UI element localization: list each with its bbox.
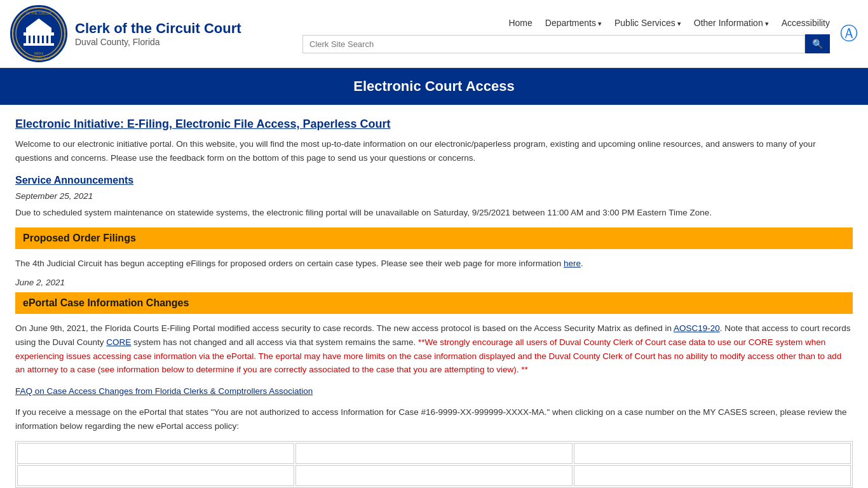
nav-departments[interactable]: Departments: [545, 18, 602, 28]
logo-title: Clerk of the Circuit Court: [75, 20, 241, 37]
faq-link-line: FAQ on Case Access Changes from Florida …: [15, 384, 853, 398]
svg-rect-2: [26, 36, 29, 44]
table-cell: [574, 443, 851, 464]
top-nav: Home Departments Public Services Other I…: [508, 14, 830, 32]
initiative-body: Welcome to our electronic initiative por…: [15, 137, 853, 165]
nav-other-information[interactable]: Other Information: [694, 18, 769, 28]
search-row: 🔍: [302, 34, 830, 53]
logo-circle: MMXII OF THE CIRCUIT DUVAL COUNTY, FLORI…: [10, 5, 67, 62]
facebook-icon[interactable]: Ⓐ: [840, 22, 858, 46]
nav-home[interactable]: Home: [508, 18, 532, 28]
svg-rect-9: [24, 32, 54, 36]
service-date: September 25, 2021: [15, 191, 853, 201]
search-input[interactable]: [302, 35, 805, 53]
logo-area: MMXII OF THE CIRCUIT DUVAL COUNTY, FLORI…: [10, 5, 302, 62]
svg-rect-4: [35, 36, 37, 44]
service-announcements-heading: Service Announcements: [15, 175, 853, 186]
proposed-order-date: June 2, 2021: [15, 278, 853, 287]
service-body: Due to scheduled system maintenance on s…: [15, 206, 853, 220]
proposed-order-section: Proposed Order Filings The 4th Judicial …: [15, 227, 853, 288]
table-row: [17, 443, 851, 464]
proposed-order-text-prefix: The 4th Judicial Circuit has begun accep…: [15, 259, 564, 268]
svg-rect-7: [48, 36, 51, 44]
nav-accessibility[interactable]: Accessibility: [782, 18, 830, 28]
nav-public-services[interactable]: Public Services: [614, 18, 681, 28]
eportal-text-prefix: On June 9th, 2021, the Florida Courts E-…: [15, 323, 674, 333]
table-cell: [17, 465, 294, 486]
svg-rect-8: [24, 43, 54, 46]
search-button[interactable]: 🔍: [805, 34, 830, 53]
svg-rect-3: [31, 36, 33, 44]
svg-rect-10: [26, 28, 51, 32]
service-announcements-section: Service Announcements September 25, 2021…: [15, 175, 853, 220]
eportal-link1[interactable]: AOSC19-20: [674, 323, 720, 333]
table-row: [17, 465, 851, 486]
proposed-order-text-suffix: .: [581, 259, 583, 268]
page-title-bar: Electronic Court Access: [0, 68, 868, 105]
eportal-link2[interactable]: CORE: [106, 337, 131, 347]
table-cell: [574, 465, 851, 486]
table-cell: [17, 443, 294, 464]
table-preview: [15, 441, 853, 488]
proposed-order-link[interactable]: here: [564, 259, 581, 268]
table-cell: [295, 465, 573, 486]
svg-rect-5: [39, 36, 42, 44]
header: MMXII OF THE CIRCUIT DUVAL COUNTY, FLORI…: [0, 0, 868, 68]
eportal-heading: ePortal Case Information Changes: [15, 292, 853, 314]
svg-text:MMXII: MMXII: [34, 51, 43, 55]
eportal-body2: If you receive a message on the ePortal …: [15, 405, 853, 433]
initiative-section: Electronic Initiative: E-Filing, Electro…: [15, 118, 853, 165]
main-content: Electronic Initiative: E-Filing, Electro…: [0, 105, 868, 488]
eportal-body1: On June 9th, 2021, the Florida Courts E-…: [15, 322, 853, 376]
proposed-order-heading: Proposed Order Filings: [15, 227, 853, 249]
logo-subtitle: Duval County, Florida: [75, 37, 241, 47]
nav-area: Home Departments Public Services Other I…: [302, 14, 830, 53]
eportal-section: ePortal Case Information Changes On June…: [15, 292, 853, 487]
proposed-order-body: The 4th Judicial Circuit has begun accep…: [15, 257, 853, 271]
svg-rect-6: [44, 36, 46, 44]
page-title: Electronic Court Access: [353, 78, 515, 94]
svg-text:DUVAL COUNTY, FLORIDA: DUVAL COUNTY, FLORIDA: [23, 57, 55, 60]
eportal-text-suffix: system has not changed and all access vi…: [131, 337, 418, 347]
table-cell: [295, 443, 573, 464]
initiative-title[interactable]: Electronic Initiative: E-Filing, Electro…: [15, 118, 853, 131]
faq-link[interactable]: FAQ on Case Access Changes from Florida …: [15, 386, 313, 396]
svg-text:OF THE CIRCUIT: OF THE CIRCUIT: [26, 11, 51, 15]
logo-text-area: Clerk of the Circuit Court Duval County,…: [75, 20, 241, 47]
